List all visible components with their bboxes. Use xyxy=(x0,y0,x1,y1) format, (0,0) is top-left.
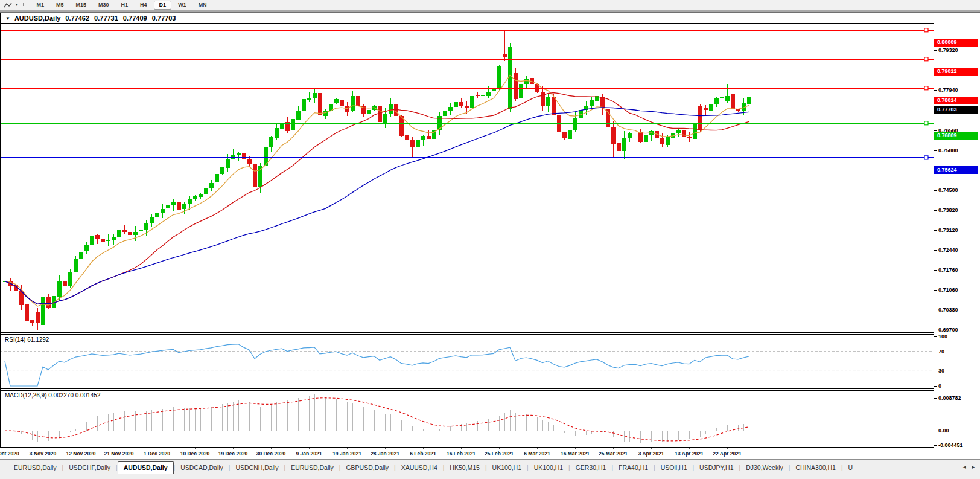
date-label: 12 Nov 2020 xyxy=(66,451,95,457)
date-label: 3 Apr 2021 xyxy=(638,451,664,457)
chart-tab-u[interactable]: U xyxy=(843,462,856,474)
date-tick-mark xyxy=(157,448,158,449)
chart-symbol-label: AUDUSD,Daily xyxy=(14,14,60,22)
axis-tick-mark xyxy=(934,330,937,330)
chart-tab-audusd-daily[interactable]: AUDUSD,Daily xyxy=(118,461,174,474)
level-price-badge: 0.80009 xyxy=(934,39,978,47)
chart-tab-ger30-h1[interactable]: GER30,H1 xyxy=(570,462,612,474)
rsi-bottom-border xyxy=(0,388,980,389)
date-label: 21 Nov 2020 xyxy=(104,451,133,457)
axis-tick-mark xyxy=(934,270,937,271)
chart-title-bar[interactable]: ▼ AUDUSD,Daily 0.77462 0.77731 0.77409 0… xyxy=(0,13,980,24)
axis-tick-mark xyxy=(934,336,937,337)
macd-panel-splitter[interactable] xyxy=(0,390,980,391)
chart-tab-gbpusd-daily[interactable]: GBPUSD,Daily xyxy=(340,462,394,474)
date-tick-mark xyxy=(271,448,272,449)
timeframe-button-m5[interactable]: M5 xyxy=(51,1,69,10)
chart-tab-usdchf-daily[interactable]: USDCHF,Daily xyxy=(63,462,116,474)
axis-tick-label: 0.008782 xyxy=(938,395,961,401)
date-tick-mark xyxy=(575,448,576,449)
axis-tick-label: 0.74500 xyxy=(938,187,958,193)
chart-tab-usoil-h1[interactable]: USOil,H1 xyxy=(655,462,693,474)
chart-tab-usdcnh-daily[interactable]: USDCNH,Daily xyxy=(230,462,284,474)
axis-tick-label: 0.79320 xyxy=(938,47,958,53)
date-label: 22 Apr 2021 xyxy=(713,451,741,457)
date-tick-mark xyxy=(347,448,348,449)
chart-tab-uk100-h1[interactable]: UK100,H1 xyxy=(529,462,568,474)
timeframe-button-m15[interactable]: M15 xyxy=(71,1,92,10)
timeframe-button-d1[interactable]: D1 xyxy=(154,1,172,10)
toolbar-grip[interactable] xyxy=(23,2,27,8)
timeframe-button-w1[interactable]: W1 xyxy=(173,1,192,10)
scroll-left-icon[interactable]: ◄ xyxy=(961,464,968,471)
polyline-tool-icon xyxy=(4,2,14,8)
date-tick-mark xyxy=(537,448,538,449)
rsi-panel-splitter[interactable] xyxy=(0,334,980,335)
date-axis: 24 Oct 20203 Nov 202012 Nov 202021 Nov 2… xyxy=(0,448,934,459)
axis-tick-mark xyxy=(934,230,937,231)
chart-tab-uk100-h1[interactable]: UK100,H1 xyxy=(487,462,527,474)
axis-tick-label: 0.69700 xyxy=(938,327,958,333)
trading-platform-window: ▾ M1M5M15M30H1H4D1W1MN ▼ AUDUSD,Daily 0.… xyxy=(0,0,980,479)
rsi-plot[interactable] xyxy=(0,335,934,388)
date-tick-mark xyxy=(385,448,386,449)
level-price-badge: 0.78014 xyxy=(934,97,978,104)
date-tick-mark xyxy=(43,448,43,449)
axis-tick-label: 0.71760 xyxy=(938,267,958,273)
axis-tick-mark xyxy=(934,190,937,191)
price-axis: 0.793200.786200.779400.772400.765600.758… xyxy=(934,13,980,458)
chart-tab-usdjpy-h1[interactable]: USDJPY,H1 xyxy=(694,462,739,474)
axis-tick-mark xyxy=(934,290,937,291)
axis-tick-label: 30 xyxy=(938,368,944,374)
chart-tab-xauusd-h4[interactable]: XAUUSD,H4 xyxy=(396,462,443,474)
collapse-arrow-icon[interactable]: ▼ xyxy=(5,16,10,21)
chart-tabs-bar: EURUSD,Daily|USDCHF,Daily|AUDUSD,Daily|U… xyxy=(0,459,980,479)
chart-tab-fra40-h1[interactable]: FRA40,H1 xyxy=(613,462,654,474)
date-label: 19 Jan 2021 xyxy=(332,451,361,457)
axis-tick-label: 0.75880 xyxy=(938,147,958,153)
date-tick-mark xyxy=(195,448,196,449)
axis-tick-mark xyxy=(934,250,937,251)
chart-tab-china300-h1[interactable]: CHINA300,H1 xyxy=(790,462,841,474)
axis-tick-label: 0.77940 xyxy=(938,87,958,93)
chart-tab-eurusd-daily[interactable]: EURUSD,Daily xyxy=(8,462,62,474)
chart-tab-usdcad-daily[interactable]: USDCAD,Daily xyxy=(175,462,229,474)
date-label: 25 Mar 2021 xyxy=(599,451,628,457)
date-label: 16 Feb 2021 xyxy=(447,451,476,457)
date-tick-mark xyxy=(309,448,310,449)
date-label: 6 Feb 2021 xyxy=(410,451,436,457)
timeframe-button-h4[interactable]: H4 xyxy=(135,1,153,10)
toolbar: ▾ M1M5M15M30H1H4D1W1MN xyxy=(0,0,980,10)
tab-scroll-buttons: ◄► xyxy=(961,462,979,471)
main-plot-bottom-border xyxy=(0,332,980,333)
timeframe-button-m30[interactable]: M30 xyxy=(93,1,115,10)
date-tick-mark xyxy=(233,448,234,449)
level-price-badge: 0.75624 xyxy=(934,166,978,174)
date-label: 1 Dec 2020 xyxy=(144,451,170,457)
macd-plot[interactable] xyxy=(0,390,934,448)
timeframe-button-h1[interactable]: H1 xyxy=(116,1,134,10)
chart-tab-eurusd-daily[interactable]: EURUSD,Daily xyxy=(285,462,339,474)
date-label: 30 Dec 2020 xyxy=(256,451,286,457)
scroll-right-icon[interactable]: ► xyxy=(970,464,977,471)
date-label: 9 Jan 2021 xyxy=(296,451,322,457)
date-label: 6 Mar 2021 xyxy=(524,451,550,457)
date-tick-mark xyxy=(613,448,614,449)
timeframe-button-mn[interactable]: MN xyxy=(193,1,212,10)
chart-left-border xyxy=(0,13,1,448)
timeframe-button-m1[interactable]: M1 xyxy=(31,1,50,10)
axis-tick-mark xyxy=(934,310,937,310)
axis-tick-mark xyxy=(934,130,937,131)
axis-tick-mark xyxy=(934,386,937,387)
axis-tick-mark xyxy=(934,50,937,51)
chart-tab-dj30-weekly[interactable]: DJ30,Weekly xyxy=(740,462,789,474)
date-tick-mark xyxy=(5,448,5,449)
main-price-plot[interactable] xyxy=(0,24,934,333)
macd-label: MACD(12,26,9) 0.002270 0.001452 xyxy=(5,392,100,399)
axis-tick-mark xyxy=(934,150,937,151)
axis-tick-mark xyxy=(934,90,937,91)
chart-tab-hk50-m15[interactable]: HK50,M15 xyxy=(444,462,485,474)
axis-tick-label: 0.72440 xyxy=(938,247,958,253)
high-value: 0.77731 xyxy=(94,14,118,22)
chart-tool-button[interactable]: ▾ xyxy=(0,1,21,9)
